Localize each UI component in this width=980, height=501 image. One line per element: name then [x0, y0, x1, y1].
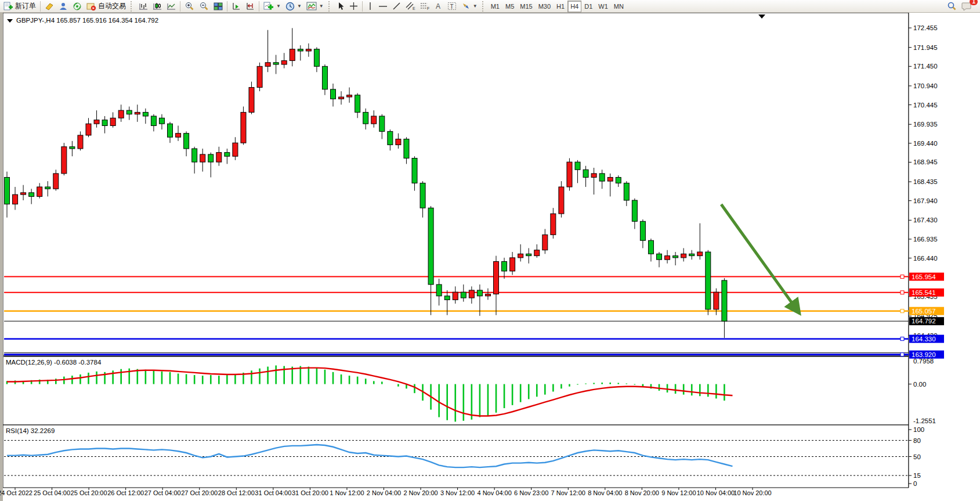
zoom-in-button[interactable]: [182, 1, 197, 12]
svg-text:F: F: [427, 6, 429, 10]
candle: [461, 292, 466, 298]
svg-text:172.455: 172.455: [913, 24, 938, 31]
fibonacci-button[interactable]: F: [418, 1, 432, 12]
candle: [225, 153, 230, 157]
svg-text:E: E: [413, 6, 415, 10]
candle: [21, 193, 26, 194]
svg-text:2 Nov 20:00: 2 Nov 20:00: [403, 489, 437, 496]
svg-text:27 Oct 04:00: 27 Oct 04:00: [144, 489, 181, 496]
data-window-button[interactable]: [56, 1, 70, 12]
toolbar-grip[interactable]: [131, 1, 134, 12]
timeframe-m5-button[interactable]: M5: [502, 1, 517, 12]
template-icon: [306, 2, 317, 10]
horizontal-line-icon: [378, 2, 388, 10]
candle: [714, 292, 719, 309]
timeframe-d1-button[interactable]: D1: [581, 1, 595, 12]
candle: [607, 177, 613, 181]
candle: [216, 153, 222, 162]
arrows-button[interactable]: ▼: [459, 1, 480, 12]
candle: [518, 254, 523, 258]
svg-text:165.954: 165.954: [912, 273, 936, 280]
candle: [281, 60, 287, 64]
toolbar-grip[interactable]: [482, 1, 486, 12]
cursor-button[interactable]: [334, 1, 347, 12]
text-button[interactable]: A: [432, 1, 445, 12]
svg-text:28 Oct 12:00: 28 Oct 12:00: [218, 489, 255, 496]
chart-profile-button[interactable]: [42, 1, 56, 12]
svg-text:165.541: 165.541: [912, 289, 936, 296]
periods-button[interactable]: ▼: [283, 1, 304, 12]
timeframe-mn-button[interactable]: MN: [611, 1, 627, 12]
candle: [591, 174, 596, 178]
chart-shift-icon: [245, 2, 255, 11]
chart-shift-button[interactable]: [243, 1, 257, 12]
candle: [494, 261, 499, 294]
timeframe-m15-button[interactable]: M15: [517, 1, 535, 12]
candle: [355, 95, 360, 113]
tile-windows-button[interactable]: [211, 1, 225, 12]
candlestick-chart-button[interactable]: [150, 1, 164, 12]
candle: [233, 143, 238, 156]
candle: [62, 147, 67, 174]
timeframe-w1-button[interactable]: W1: [595, 1, 611, 12]
notifications[interactable]: 1: [959, 1, 974, 12]
svg-text:6 Nov 23:00: 6 Nov 23:00: [514, 489, 548, 496]
line-chart-button[interactable]: [164, 1, 178, 12]
svg-text:26 Oct 12:00: 26 Oct 12:00: [107, 489, 144, 496]
vertical-line-button[interactable]: [364, 1, 376, 12]
svg-text:50: 50: [913, 453, 921, 460]
candle: [159, 118, 164, 124]
data-window-icon: [59, 2, 68, 11]
zoom-out-button[interactable]: [197, 1, 211, 12]
timeframe-m30-button[interactable]: M30: [536, 1, 554, 12]
timeframe-h4-button[interactable]: H4: [567, 1, 581, 12]
svg-text:169.935: 169.935: [913, 121, 938, 128]
candle: [265, 63, 270, 67]
timeframe-m1-button[interactable]: M1: [488, 1, 502, 12]
candle: [396, 139, 401, 145]
candle: [168, 124, 173, 137]
candle: [444, 296, 450, 300]
arrows-icon: [461, 2, 471, 10]
indicators-button[interactable]: ▼: [261, 1, 283, 12]
candle: [102, 120, 107, 126]
templates-button[interactable]: ▼: [304, 1, 326, 12]
auto-scroll-icon: [232, 2, 241, 11]
candle: [208, 154, 214, 162]
svg-text:165.057: 165.057: [912, 308, 936, 315]
svg-text:166.935: 166.935: [913, 236, 938, 243]
equidistant-channel-button[interactable]: E: [403, 1, 418, 12]
zoom-out-icon: [199, 2, 209, 11]
candle: [632, 200, 637, 221]
toolbar-grip[interactable]: [328, 1, 332, 12]
new-order-button[interactable]: 新订单: [1, 1, 38, 12]
svg-text:10 Nov 20:00: 10 Nov 20:00: [733, 489, 771, 496]
candle: [697, 252, 703, 256]
text-label-button[interactable]: T: [445, 1, 459, 12]
trendline-button[interactable]: [390, 1, 403, 12]
crosshair-button[interactable]: [347, 1, 360, 12]
bar-chart-button[interactable]: [136, 1, 150, 12]
chart-area[interactable]: 172.455171.945171.450170.940170.445169.9…: [0, 13, 980, 501]
svg-text:24 Oct 2022: 24 Oct 2022: [0, 489, 32, 496]
svg-text:170.445: 170.445: [913, 102, 938, 109]
separator: [40, 1, 41, 12]
candle: [298, 49, 303, 51]
search-button[interactable]: [945, 1, 959, 12]
timeframe-h1-button[interactable]: H1: [554, 1, 567, 12]
candle: [331, 89, 336, 99]
svg-text:25 Oct 20:00: 25 Oct 20:00: [71, 489, 107, 496]
candle: [502, 261, 507, 271]
candle: [567, 162, 572, 187]
horizontal-line-button[interactable]: [376, 1, 390, 12]
navigator-button[interactable]: [70, 1, 84, 12]
price-chart-svg[interactable]: 172.455171.945171.450170.940170.445169.9…: [0, 13, 980, 501]
svg-text:167.430: 167.430: [913, 217, 938, 224]
autotrading-button[interactable]: 自动交易: [84, 1, 128, 12]
candle: [339, 97, 344, 99]
candle: [322, 66, 327, 89]
candle: [665, 256, 670, 260]
svg-text:164.792: 164.792: [912, 318, 936, 325]
auto-scroll-button[interactable]: [229, 1, 243, 12]
new-order-icon: [3, 2, 13, 11]
